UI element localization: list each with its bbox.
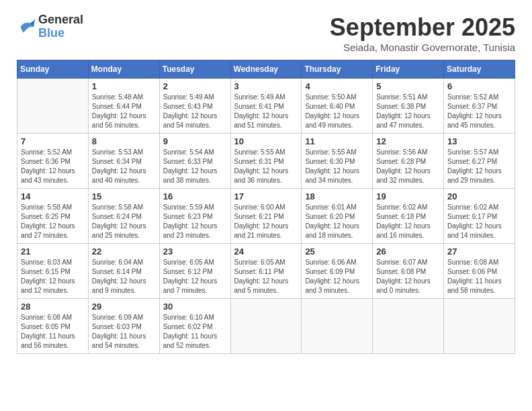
title-block: September 2025 Seiada, Monastir Governor…	[330, 13, 515, 53]
calendar-week-row: 14Sunrise: 5:58 AMSunset: 6:25 PMDayligh…	[17, 189, 515, 244]
weekday-header-row: SundayMondayTuesdayWednesdayThursdayFrid…	[17, 60, 515, 79]
calendar-cell	[230, 299, 302, 354]
day-number: 18	[305, 191, 369, 201]
calendar-cell: 26Sunrise: 6:07 AMSunset: 6:08 PMDayligh…	[373, 244, 444, 299]
logo: General Blue	[17, 13, 83, 40]
calendar-cell	[17, 79, 89, 134]
day-number: 30	[163, 302, 227, 312]
calendar-cell: 6Sunrise: 5:52 AMSunset: 6:37 PMDaylight…	[444, 79, 515, 134]
day-info: Sunrise: 5:52 AMSunset: 6:36 PMDaylight:…	[21, 148, 85, 185]
calendar-cell: 4Sunrise: 5:50 AMSunset: 6:40 PMDaylight…	[302, 79, 373, 134]
day-info: Sunrise: 6:08 AMSunset: 6:06 PMDaylight:…	[447, 258, 511, 295]
calendar-cell: 1Sunrise: 5:48 AMSunset: 6:44 PMDaylight…	[88, 79, 159, 134]
calendar-week-row: 21Sunrise: 6:03 AMSunset: 6:15 PMDayligh…	[17, 244, 515, 299]
day-info: Sunrise: 6:03 AMSunset: 6:15 PMDaylight:…	[21, 258, 85, 295]
weekday-header-sunday: Sunday	[17, 60, 89, 79]
calendar-cell: 20Sunrise: 6:02 AMSunset: 6:17 PMDayligh…	[444, 189, 515, 244]
day-info: Sunrise: 6:02 AMSunset: 6:17 PMDaylight:…	[447, 203, 511, 240]
calendar-cell: 3Sunrise: 5:49 AMSunset: 6:41 PMDaylight…	[230, 79, 302, 134]
calendar-cell: 19Sunrise: 6:02 AMSunset: 6:18 PMDayligh…	[373, 189, 444, 244]
location: Seiada, Monastir Governorate, Tunisia	[330, 42, 515, 53]
day-number: 23	[163, 246, 227, 257]
day-number: 17	[234, 191, 298, 201]
day-number: 13	[447, 136, 511, 146]
calendar-cell: 16Sunrise: 5:59 AMSunset: 6:23 PMDayligh…	[159, 189, 230, 244]
day-number: 16	[163, 191, 227, 201]
day-info: Sunrise: 6:08 AMSunset: 6:05 PMDaylight:…	[21, 313, 85, 351]
day-info: Sunrise: 5:51 AMSunset: 6:38 PMDaylight:…	[376, 93, 440, 130]
day-number: 9	[163, 136, 227, 146]
calendar-cell: 18Sunrise: 6:01 AMSunset: 6:20 PMDayligh…	[302, 189, 373, 244]
day-info: Sunrise: 5:52 AMSunset: 6:37 PMDaylight:…	[447, 93, 511, 130]
day-number: 28	[21, 302, 85, 312]
day-info: Sunrise: 6:01 AMSunset: 6:20 PMDaylight:…	[305, 203, 369, 240]
calendar-cell: 28Sunrise: 6:08 AMSunset: 6:05 PMDayligh…	[17, 299, 89, 354]
day-number: 14	[21, 191, 85, 201]
day-info: Sunrise: 6:09 AMSunset: 6:03 PMDaylight:…	[92, 313, 156, 351]
day-number: 1	[92, 81, 156, 91]
day-info: Sunrise: 6:05 AMSunset: 6:12 PMDaylight:…	[163, 258, 227, 295]
weekday-header-monday: Monday	[88, 60, 159, 79]
logo-icon	[17, 17, 36, 36]
day-number: 3	[234, 81, 298, 91]
calendar-cell: 12Sunrise: 5:56 AMSunset: 6:28 PMDayligh…	[373, 134, 444, 189]
day-info: Sunrise: 5:49 AMSunset: 6:43 PMDaylight:…	[163, 93, 227, 130]
calendar-week-row: 28Sunrise: 6:08 AMSunset: 6:05 PMDayligh…	[17, 299, 515, 354]
day-info: Sunrise: 6:05 AMSunset: 6:11 PMDaylight:…	[234, 258, 298, 295]
calendar-cell: 17Sunrise: 6:00 AMSunset: 6:21 PMDayligh…	[230, 189, 302, 244]
calendar-cell: 10Sunrise: 5:55 AMSunset: 6:31 PMDayligh…	[230, 134, 302, 189]
day-info: Sunrise: 6:04 AMSunset: 6:14 PMDaylight:…	[92, 258, 156, 295]
calendar-week-row: 7Sunrise: 5:52 AMSunset: 6:36 PMDaylight…	[17, 134, 515, 189]
calendar-cell	[373, 299, 444, 354]
calendar-cell: 22Sunrise: 6:04 AMSunset: 6:14 PMDayligh…	[88, 244, 159, 299]
day-info: Sunrise: 5:55 AMSunset: 6:31 PMDaylight:…	[234, 148, 298, 185]
day-info: Sunrise: 5:57 AMSunset: 6:27 PMDaylight:…	[447, 148, 511, 185]
calendar-cell: 11Sunrise: 5:55 AMSunset: 6:30 PMDayligh…	[302, 134, 373, 189]
calendar-cell: 15Sunrise: 5:58 AMSunset: 6:24 PMDayligh…	[88, 189, 159, 244]
calendar-cell: 8Sunrise: 5:53 AMSunset: 6:34 PMDaylight…	[88, 134, 159, 189]
day-info: Sunrise: 6:02 AMSunset: 6:18 PMDaylight:…	[376, 203, 440, 240]
logo-text: General Blue	[38, 13, 83, 40]
day-number: 25	[305, 246, 369, 257]
day-number: 26	[376, 246, 440, 257]
day-number: 19	[376, 191, 440, 201]
weekday-header-thursday: Thursday	[302, 60, 373, 79]
day-info: Sunrise: 5:48 AMSunset: 6:44 PMDaylight:…	[92, 93, 156, 130]
calendar-cell: 9Sunrise: 5:54 AMSunset: 6:33 PMDaylight…	[159, 134, 230, 189]
day-number: 5	[376, 81, 440, 91]
day-info: Sunrise: 5:49 AMSunset: 6:41 PMDaylight:…	[234, 93, 298, 130]
day-info: Sunrise: 6:00 AMSunset: 6:21 PMDaylight:…	[234, 203, 298, 240]
day-number: 8	[92, 136, 156, 146]
day-info: Sunrise: 5:58 AMSunset: 6:25 PMDaylight:…	[21, 203, 85, 240]
calendar-cell: 25Sunrise: 6:06 AMSunset: 6:09 PMDayligh…	[302, 244, 373, 299]
day-info: Sunrise: 6:07 AMSunset: 6:08 PMDaylight:…	[376, 258, 440, 295]
month-title: September 2025	[330, 13, 515, 42]
day-number: 2	[163, 81, 227, 91]
weekday-header-saturday: Saturday	[444, 60, 515, 79]
day-number: 21	[21, 246, 85, 257]
day-number: 27	[447, 246, 511, 257]
day-info: Sunrise: 5:50 AMSunset: 6:40 PMDaylight:…	[305, 93, 369, 130]
day-number: 10	[234, 136, 298, 146]
calendar-cell: 29Sunrise: 6:09 AMSunset: 6:03 PMDayligh…	[88, 299, 159, 354]
day-info: Sunrise: 5:56 AMSunset: 6:28 PMDaylight:…	[376, 148, 440, 185]
day-number: 12	[376, 136, 440, 146]
day-info: Sunrise: 5:58 AMSunset: 6:24 PMDaylight:…	[92, 203, 156, 240]
day-info: Sunrise: 5:53 AMSunset: 6:34 PMDaylight:…	[92, 148, 156, 185]
day-number: 24	[234, 246, 298, 257]
calendar-week-row: 1Sunrise: 5:48 AMSunset: 6:44 PMDaylight…	[17, 79, 515, 134]
calendar-cell: 5Sunrise: 5:51 AMSunset: 6:38 PMDaylight…	[373, 79, 444, 134]
day-number: 6	[447, 81, 511, 91]
day-number: 11	[305, 136, 369, 146]
calendar-cell: 21Sunrise: 6:03 AMSunset: 6:15 PMDayligh…	[17, 244, 89, 299]
calendar-cell: 7Sunrise: 5:52 AMSunset: 6:36 PMDaylight…	[17, 134, 89, 189]
page-header: General Blue September 2025 Seiada, Mona…	[17, 13, 515, 53]
calendar-cell: 24Sunrise: 6:05 AMSunset: 6:11 PMDayligh…	[230, 244, 302, 299]
day-info: Sunrise: 5:59 AMSunset: 6:23 PMDaylight:…	[163, 203, 227, 240]
calendar-cell: 27Sunrise: 6:08 AMSunset: 6:06 PMDayligh…	[444, 244, 515, 299]
calendar-cell	[302, 299, 373, 354]
weekday-header-wednesday: Wednesday	[230, 60, 302, 79]
day-number: 7	[21, 136, 85, 146]
weekday-header-tuesday: Tuesday	[159, 60, 230, 79]
calendar-table: SundayMondayTuesdayWednesdayThursdayFrid…	[17, 60, 515, 354]
